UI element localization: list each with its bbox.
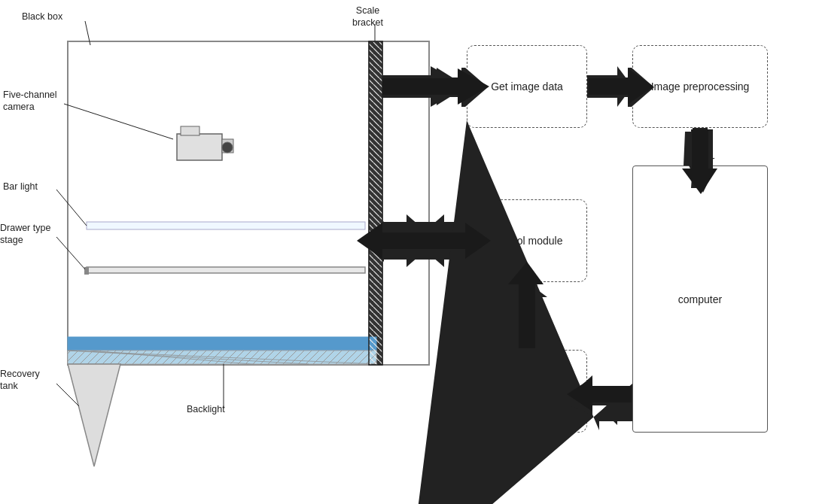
svg-rect-15 xyxy=(84,267,89,275)
svg-marker-13 xyxy=(68,364,120,466)
svg-marker-36 xyxy=(602,395,632,425)
svg-rect-16 xyxy=(177,134,222,160)
svg-rect-12 xyxy=(68,351,376,364)
svg-rect-20 xyxy=(87,222,365,229)
svg-point-18 xyxy=(222,142,233,153)
diagram: Get image data Image preprocessing Contr… xyxy=(0,0,813,504)
svg-rect-22 xyxy=(369,41,382,365)
svg-marker-32 xyxy=(587,68,632,105)
svg-marker-37 xyxy=(516,308,538,350)
svg-rect-3 xyxy=(68,337,376,351)
main-diagram-svg xyxy=(0,0,813,504)
svg-rect-19 xyxy=(181,126,199,135)
svg-marker-33 xyxy=(685,128,715,165)
svg-rect-14 xyxy=(87,267,365,273)
